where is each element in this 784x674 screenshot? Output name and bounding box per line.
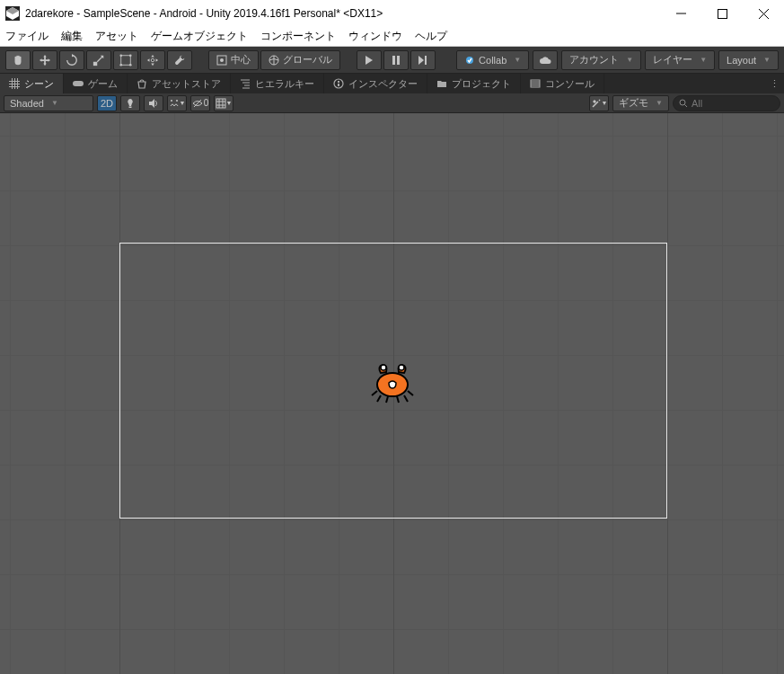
maximize-button[interactable] — [701, 0, 743, 27]
toggle-lighting[interactable] — [120, 95, 140, 111]
toggle-2d-label: 2D — [101, 98, 113, 109]
search-icon — [679, 99, 688, 108]
transform-tool[interactable] — [140, 50, 165, 70]
svg-marker-6 — [72, 54, 75, 58]
scene-tools-button[interactable]: ▼ — [589, 95, 609, 111]
rect-tool[interactable] — [113, 50, 138, 70]
svg-point-54 — [680, 100, 685, 105]
eye-icon — [192, 98, 203, 109]
playback-controls — [357, 50, 436, 70]
shading-mode-label: Shaded — [10, 98, 44, 109]
svg-point-13 — [119, 63, 122, 66]
tab-scene-label: シーン — [24, 77, 54, 91]
pivot-mode-button[interactable]: 中心 — [208, 50, 259, 70]
svg-rect-38 — [338, 81, 339, 83]
project-icon — [436, 78, 447, 89]
tab-menu-button[interactable]: ⋮ — [764, 74, 784, 93]
step-button[interactable] — [410, 50, 436, 70]
tab-console-label: コンソール — [545, 77, 595, 91]
main-toolbar: 中心 グローバル Collab アカウント レイヤー Layout — [0, 47, 784, 74]
toggle-visibility[interactable]: 0 — [190, 95, 210, 111]
custom-tool[interactable] — [167, 50, 192, 70]
scene-icon — [9, 78, 20, 89]
svg-rect-44 — [129, 106, 132, 108]
play-button[interactable] — [357, 50, 382, 70]
account-label: アカウント — [569, 53, 619, 67]
pause-button[interactable] — [383, 50, 409, 70]
toggle-grid[interactable]: ▼ — [214, 95, 233, 111]
svg-rect-21 — [392, 56, 395, 65]
grid-icon — [216, 98, 226, 109]
toggle-audio[interactable] — [144, 95, 163, 111]
tab-console[interactable]: コンソール — [521, 74, 604, 93]
svg-rect-24 — [425, 56, 427, 65]
account-dropdown[interactable]: アカウント — [561, 50, 641, 70]
rotate-tool[interactable] — [59, 50, 84, 70]
grid-line-minor — [65, 113, 66, 674]
gizmo-label: ギズモ — [619, 96, 648, 110]
hierarchy-icon — [240, 78, 251, 89]
window-title: 2darekore - SampleScene - Android - Unit… — [25, 7, 383, 20]
inspector-icon — [333, 78, 344, 89]
svg-rect-30 — [14, 78, 15, 89]
handle-rotation-button[interactable]: グローバル — [260, 50, 340, 70]
layers-label: レイヤー — [653, 53, 692, 67]
hand-tool[interactable] — [5, 50, 31, 70]
menu-gameobject[interactable]: ゲームオブジェクト — [151, 29, 248, 44]
svg-rect-3 — [718, 9, 727, 18]
tab-hierarchy[interactable]: ヒエラルキー — [231, 74, 324, 93]
scene-search[interactable] — [673, 95, 780, 111]
minimize-button[interactable] — [660, 0, 701, 27]
svg-line-59 — [372, 391, 377, 395]
grid-line-minor — [777, 113, 778, 674]
console-icon — [530, 78, 541, 89]
tools-icon — [591, 98, 602, 109]
menu-assets[interactable]: アセット — [95, 29, 138, 44]
scene-viewport[interactable] — [0, 113, 784, 674]
svg-marker-20 — [366, 56, 373, 65]
svg-point-57 — [381, 365, 386, 370]
cloud-button[interactable] — [533, 50, 558, 70]
move-tool[interactable] — [32, 50, 57, 70]
toggle-fx[interactable]: ▼ — [167, 95, 187, 111]
tab-asset-store-label: アセットストア — [152, 77, 221, 91]
svg-rect-22 — [397, 56, 400, 65]
sprite-gameobject[interactable] — [368, 359, 417, 404]
svg-rect-49 — [216, 99, 225, 108]
menu-window[interactable]: ウィンドウ — [348, 29, 402, 44]
shading-mode-dropdown[interactable]: Shaded — [4, 95, 93, 111]
tab-project[interactable]: プロジェクト — [427, 74, 521, 93]
collab-dropdown[interactable]: Collab — [456, 50, 529, 70]
pivot-mode-label: 中心 — [231, 53, 251, 67]
scale-tool[interactable] — [86, 50, 111, 70]
svg-point-15 — [151, 58, 154, 62]
menu-component[interactable]: コンポーネント — [260, 29, 336, 44]
tab-game[interactable]: ゲーム — [64, 74, 128, 93]
tab-inspector[interactable]: インスペクター — [324, 74, 427, 93]
tab-scene[interactable]: シーン — [0, 74, 64, 93]
tab-asset-store[interactable]: アセットストア — [128, 74, 231, 93]
hidden-count: 0 — [204, 98, 209, 108]
svg-point-17 — [220, 58, 224, 62]
svg-marker-45 — [149, 99, 154, 108]
layers-dropdown[interactable]: レイヤー — [645, 50, 715, 70]
svg-line-62 — [404, 395, 408, 402]
layout-dropdown[interactable]: Layout — [718, 50, 779, 70]
svg-point-46 — [171, 100, 172, 102]
menu-help[interactable]: ヘルプ — [415, 29, 447, 44]
svg-line-60 — [377, 395, 381, 402]
tab-project-label: プロジェクト — [452, 77, 511, 91]
menu-file[interactable]: ファイル — [5, 29, 48, 44]
main-menu: ファイル 編集 アセット ゲームオブジェクト コンポーネント ウィンドウ ヘルプ — [0, 27, 784, 47]
gizmo-dropdown[interactable]: ギズモ — [612, 95, 669, 111]
transform-tools — [5, 50, 192, 70]
toggle-2d[interactable]: 2D — [97, 95, 117, 111]
menu-edit[interactable]: 編集 — [61, 29, 83, 44]
svg-rect-10 — [121, 55, 131, 65]
scene-search-input[interactable] — [692, 98, 763, 109]
svg-line-63 — [386, 396, 388, 403]
close-button[interactable] — [743, 0, 784, 27]
svg-line-61 — [408, 391, 413, 395]
svg-line-55 — [685, 104, 688, 107]
grid-line-minor — [10, 113, 11, 674]
